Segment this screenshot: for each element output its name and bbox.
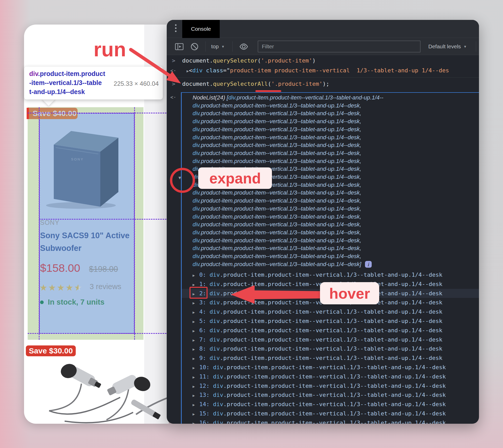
nodelist-preview-line: div.product-item.product-item--vertical.… [193, 237, 383, 245]
log-divider [167, 77, 479, 78]
nodelist-preview-line: div.product-item.product-item--vertical.… [193, 126, 383, 134]
nodelist-preview-line: div.product-item.product-item--vertical.… [193, 149, 383, 157]
console-command-queryselectorall[interactable]: > document.querySelectorAll('.product-it… [172, 79, 329, 89]
clear-console-icon[interactable] [190, 43, 199, 51]
star-rating-icon: ★★★★★ ★★★★★ [40, 282, 83, 293]
nodelist-item-row[interactable]: ▶11: div.product-item.product-item--vert… [182, 372, 479, 381]
guide-line-bottom [28, 333, 169, 334]
chevron-down-icon: ▼ [221, 38, 225, 55]
nodelist-item-row[interactable]: ▶8: div.product-item.product-item--verti… [182, 344, 479, 353]
tooltip-selector-line1: div.product-item.product [29, 69, 163, 78]
nodelist-preview-line: div.product-item.product-item--vertical.… [193, 221, 383, 229]
nodelist-item-row[interactable]: ▶9: div.product-item.product-item--verti… [182, 353, 479, 363]
hover-annotation-label: hover [320, 282, 379, 304]
console-result-element[interactable]: <· ▶<div class="product-item product-ite… [170, 66, 449, 76]
nodelist-item-row[interactable]: ▶6: div.product-item.product-item--verti… [182, 326, 479, 335]
guide-line-top [28, 113, 169, 113]
expand-annotation-label: expand [198, 167, 272, 189]
log-levels-selector[interactable]: Default levels▼ [428, 38, 467, 55]
nodelist-item-row[interactable]: ▶15: div.product-item.product-item--vert… [182, 409, 479, 418]
queryselectorall-underline-annotation [255, 90, 281, 92]
devtools-tab-bar: Console [167, 20, 479, 38]
earbuds-product-image [34, 359, 169, 424]
expand-caret-icon[interactable]: ▶ [193, 308, 199, 317]
expand-caret-icon[interactable]: ▶ [193, 271, 199, 280]
chevron-down-icon: ▼ [463, 38, 467, 55]
nodelist-item-row[interactable]: ▶12: div.product-item.product-item--vert… [182, 381, 479, 391]
tooltip-dimensions: 225.33 × 460.04 [114, 80, 159, 87]
stock-label: In stock, 7 units [48, 298, 104, 306]
screenshot-stage: Save $40.00 SONY SONY Sony SACS9 10" Act… [0, 0, 503, 448]
expand-caret-icon[interactable]: ▶ [193, 400, 199, 410]
stock-status: In stock, 7 units [40, 298, 104, 306]
console-toolbar: top▼ Default levels▼ [167, 38, 479, 55]
price-row: $158.00$198.00 [40, 262, 118, 274]
tab-console[interactable]: Console [182, 20, 220, 38]
reviews-link[interactable]: 3 reviews [90, 282, 121, 291]
toolbar-separator [205, 41, 206, 52]
nodelist-preview-line: div.product-item.product-item--vertical.… [193, 189, 383, 197]
stock-dot-icon [40, 300, 44, 304]
original-price: $198.00 [89, 265, 118, 274]
nodelist-preview-line: div.product-item.product-item--vertical.… [193, 213, 383, 221]
expand-caret-icon: ▶ [187, 69, 189, 73]
nodelist-preview-line: div.product-item.product-item--vertical.… [193, 260, 383, 268]
toolbar-separator [476, 41, 476, 52]
expand-caret-icon[interactable]: ▶ [193, 364, 199, 373]
return-value-icon: <· [170, 68, 176, 73]
tooltip-tag: div [29, 70, 38, 77]
expand-caret-icon[interactable]: ▶ [193, 391, 199, 400]
console-command-queryselector[interactable]: > document.querySelector('.product-item'… [172, 56, 316, 65]
context-selector[interactable]: top▼ [211, 38, 225, 55]
sale-badge: Save $40.00 [29, 108, 78, 119]
expand-caret-icon[interactable]: ▶ [193, 299, 199, 308]
expand-caret-icon[interactable]: ▶ [193, 354, 199, 364]
nodelist-preview-line: div.product-item.product-item--vertical.… [193, 134, 383, 142]
tooltip-selector-line3: t-and-up.1/4--desk [29, 87, 163, 96]
nodelist-preview-line: div.product-item.product-item--vertical.… [193, 244, 383, 252]
expand-caret-icon[interactable]: ▶ [193, 345, 199, 354]
expand-caret-icon[interactable]: ▶ [193, 410, 199, 419]
expand-caret-icon[interactable]: ▶ [193, 327, 199, 336]
expand-caret-icon[interactable]: ▶ [193, 419, 199, 424]
right-earbud [106, 374, 139, 398]
speaker-logo-text: SONY [71, 157, 84, 161]
product-title-link[interactable]: Sony SACS9 10" Active Subwoofer [40, 229, 129, 254]
more-options-kebab-icon[interactable] [175, 24, 177, 32]
console-filter-input[interactable] [258, 41, 421, 52]
expand-caret-icon[interactable]: ▶ [193, 336, 199, 345]
sidebar-toggle-icon[interactable] [175, 43, 184, 50]
nodelist-item-row[interactable]: ▶7: div.product-item.product-item--verti… [182, 335, 479, 344]
toolbar-separator [232, 41, 233, 52]
run-annotation-label: run [94, 38, 126, 61]
expand-caret-icon[interactable]: ▶ [193, 373, 199, 382]
nodelist-item-row[interactable]: ▶0: div.product-item.product-item--verti… [182, 270, 479, 280]
nodelist-preview-line: div.product-item.product-item--vertical.… [193, 197, 383, 205]
nodelist-preview-line: NodeList(24) [div.product-item.product-i… [193, 94, 383, 102]
nodelist-item-row[interactable]: ▶13: div.product-item.product-item--vert… [182, 390, 479, 400]
live-expression-eye-icon[interactable] [239, 43, 248, 50]
nodelist-item-row[interactable]: ▶14: div.product-item.product-item--vert… [182, 400, 479, 409]
nodelist-preview-line: div.product-item.product-item--vertical.… [193, 118, 383, 126]
expand-caret-icon[interactable]: ▶ [193, 382, 199, 391]
nodelist-preview-line: div.product-item.product-item--vertical.… [193, 110, 383, 118]
return-value-icon: <· [170, 94, 176, 100]
index-2-highlight-annotation [189, 287, 208, 299]
nodelist-collapse-icon[interactable]: ▼ [178, 175, 182, 181]
nodelist-item-row[interactable]: ▶10: div.product-item.product-item--vert… [182, 363, 479, 372]
sale-price: $158.00 [40, 262, 80, 274]
element-inspect-tooltip: div.product-item.product -item--vertical… [24, 67, 163, 99]
guide-line-left [39, 107, 40, 340]
nodelist-preview-line: div.product-item.product-item--vertical.… [193, 157, 383, 165]
subwoofer-product-image: SONY [42, 123, 122, 209]
devtools-console-panel: Console top▼ Default levels▼ [167, 20, 479, 424]
nodelist-item-row[interactable]: ▶4: div.product-item.product-item--verti… [182, 307, 479, 316]
nodelist-preview-line: div.product-item.product-item--vertical.… [193, 102, 383, 110]
expand-caret-icon[interactable]: ▶ [193, 317, 199, 327]
product-title-line2: Subwoofer [40, 242, 129, 254]
nodelist-item-row[interactable]: ▶5: div.product-item.product-item--verti… [182, 316, 479, 326]
product-title-line1: Sony SACS9 10" Active [40, 229, 129, 242]
nodelist-item-row[interactable]: ▶16: div.product-item.product-item--vert… [182, 418, 479, 424]
nodelist-preview-line: div.product-item.product-item--vertical.… [193, 252, 383, 260]
nodelist-preview-line: div.product-item.product-item--vertical.… [193, 141, 383, 149]
